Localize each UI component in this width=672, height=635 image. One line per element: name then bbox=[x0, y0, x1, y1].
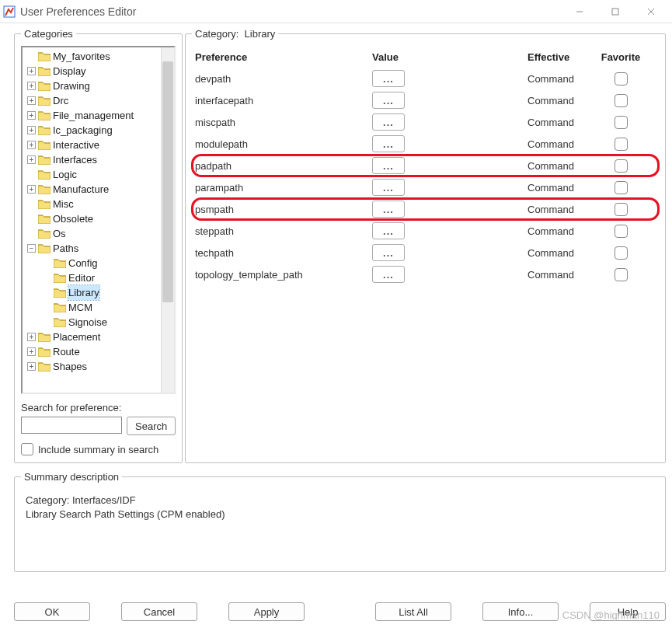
value-browse-button[interactable]: ... bbox=[372, 266, 405, 283]
pref-effective: Command bbox=[528, 95, 597, 106]
pref-effective: Command bbox=[528, 138, 597, 150]
svg-rect-2 bbox=[612, 9, 618, 15]
include-summary-checkbox[interactable] bbox=[21, 443, 33, 455]
pref-name: techpath bbox=[192, 247, 372, 259]
favorite-checkbox[interactable] bbox=[615, 246, 628, 260]
tree-item[interactable]: −Paths bbox=[23, 241, 161, 256]
tree-item[interactable]: +Interfaces bbox=[23, 152, 161, 167]
tree-wrapper: My_favorites+Display+Drawing+Drc+File_ma… bbox=[21, 46, 176, 394]
summary-group: Summary description Category: Interfaces… bbox=[14, 471, 666, 572]
pref-name: topology_template_path bbox=[192, 269, 372, 281]
expand-icon[interactable]: + bbox=[27, 126, 36, 134]
tree-item[interactable]: +Shapes bbox=[23, 359, 161, 374]
value-browse-button[interactable]: ... bbox=[372, 113, 405, 131]
tree-item-label: Placement bbox=[53, 330, 100, 344]
prefs-table: Preference Value Effective Favorite devp… bbox=[192, 46, 659, 285]
scrollbar-thumb[interactable] bbox=[162, 61, 173, 302]
pref-row: steppath...Command bbox=[192, 220, 659, 242]
expand-icon[interactable]: + bbox=[27, 362, 36, 371]
search-input[interactable] bbox=[21, 417, 122, 434]
category-header: Category: Library bbox=[192, 28, 278, 40]
pref-name: modulepath bbox=[192, 138, 372, 150]
tree-item[interactable]: +File_management bbox=[23, 108, 161, 123]
expand-icon[interactable]: + bbox=[27, 67, 36, 75]
value-browse-button[interactable]: ... bbox=[372, 222, 405, 239]
expand-icon[interactable]: + bbox=[27, 333, 36, 341]
favorite-checkbox[interactable] bbox=[615, 159, 628, 173]
tree-item[interactable]: My_favorites bbox=[23, 49, 161, 64]
tree-item[interactable]: +Display bbox=[23, 64, 161, 79]
tree-item[interactable]: Signoise bbox=[23, 315, 161, 330]
col-header-fav: Favorite bbox=[597, 51, 644, 63]
info-button[interactable]: Info... bbox=[482, 602, 559, 621]
expand-icon[interactable]: + bbox=[27, 347, 36, 356]
listall-button[interactable]: List All bbox=[375, 602, 451, 621]
tree-item-label: Os bbox=[53, 226, 66, 241]
tree-item[interactable]: Os bbox=[23, 226, 161, 241]
ok-button[interactable]: OK bbox=[14, 602, 90, 621]
tree-item[interactable]: Misc bbox=[23, 197, 161, 211]
favorite-checkbox[interactable] bbox=[615, 225, 628, 238]
help-button[interactable]: Help bbox=[590, 602, 666, 621]
categories-legend: Categories bbox=[21, 28, 76, 40]
expand-icon[interactable]: + bbox=[27, 185, 36, 194]
value-browse-button[interactable]: ... bbox=[372, 179, 405, 196]
tree-scrollbar[interactable] bbox=[161, 47, 174, 393]
collapse-icon[interactable]: − bbox=[27, 244, 36, 253]
search-button[interactable]: Search bbox=[127, 417, 176, 435]
maximize-button[interactable] bbox=[597, 0, 633, 23]
favorite-checkbox[interactable] bbox=[615, 268, 628, 281]
pref-effective: Command bbox=[528, 247, 597, 259]
favorite-checkbox[interactable] bbox=[615, 181, 628, 194]
tree-item[interactable]: Editor bbox=[23, 270, 161, 285]
value-browse-button[interactable]: ... bbox=[372, 135, 405, 152]
minimize-button[interactable] bbox=[562, 0, 597, 23]
favorite-checkbox[interactable] bbox=[615, 116, 628, 129]
favorite-checkbox[interactable] bbox=[615, 72, 628, 85]
categories-tree[interactable]: My_favorites+Display+Drawing+Drc+File_ma… bbox=[23, 47, 161, 393]
favorite-checkbox[interactable] bbox=[615, 94, 628, 107]
expand-icon[interactable]: + bbox=[27, 82, 36, 90]
expand-icon[interactable]: + bbox=[27, 96, 36, 105]
tree-item-label: Interfaces bbox=[53, 152, 97, 167]
bottom-buttons: OK Cancel Apply List All Info... Help bbox=[14, 602, 666, 621]
search-label: Search for preference: bbox=[21, 402, 176, 413]
tree-item[interactable]: MCM bbox=[23, 300, 161, 315]
pref-effective: Command bbox=[528, 117, 597, 128]
expand-icon[interactable]: + bbox=[27, 141, 36, 149]
value-browse-button[interactable]: ... bbox=[372, 201, 405, 218]
tree-item[interactable]: +Placement bbox=[23, 330, 161, 344]
tree-item[interactable]: +Drawing bbox=[23, 79, 161, 93]
tree-item-label: MCM bbox=[68, 300, 92, 315]
tree-item-label: Signoise bbox=[68, 315, 107, 330]
tree-item-label: Drc bbox=[53, 93, 68, 108]
tree-item[interactable]: +Manufacture bbox=[23, 182, 161, 197]
summary-legend: Summary description bbox=[21, 471, 122, 483]
tree-item[interactable]: Library bbox=[23, 285, 161, 300]
close-button[interactable] bbox=[633, 0, 669, 23]
tree-item[interactable]: +Interactive bbox=[23, 138, 161, 152]
tree-item[interactable]: Logic bbox=[23, 167, 161, 182]
expand-icon[interactable]: + bbox=[27, 111, 36, 120]
expand-icon[interactable]: + bbox=[27, 155, 36, 164]
cancel-button[interactable]: Cancel bbox=[121, 602, 197, 621]
tree-item[interactable]: Obsolete bbox=[23, 211, 161, 226]
tree-item[interactable]: +Ic_packaging bbox=[23, 123, 161, 138]
apply-button[interactable]: Apply bbox=[228, 602, 305, 621]
tree-item-label: Shapes bbox=[53, 359, 87, 374]
value-browse-button[interactable]: ... bbox=[372, 157, 405, 174]
tree-item-label: Obsolete bbox=[53, 211, 93, 226]
pref-row: interfacepath...Command bbox=[192, 89, 659, 111]
favorite-checkbox[interactable] bbox=[615, 203, 628, 216]
tree-item[interactable]: Config bbox=[23, 256, 161, 270]
value-browse-button[interactable]: ... bbox=[372, 92, 405, 109]
value-browse-button[interactable]: ... bbox=[372, 70, 405, 87]
tree-item-label: Config bbox=[68, 256, 98, 270]
value-browse-button[interactable]: ... bbox=[372, 244, 405, 261]
tree-item-label: Logic bbox=[53, 167, 77, 182]
tree-item[interactable]: +Route bbox=[23, 344, 161, 359]
tree-leaf-spacer bbox=[43, 303, 51, 312]
tree-item[interactable]: +Drc bbox=[23, 93, 161, 108]
favorite-checkbox[interactable] bbox=[615, 138, 628, 151]
tree-item-label: Route bbox=[53, 344, 80, 359]
